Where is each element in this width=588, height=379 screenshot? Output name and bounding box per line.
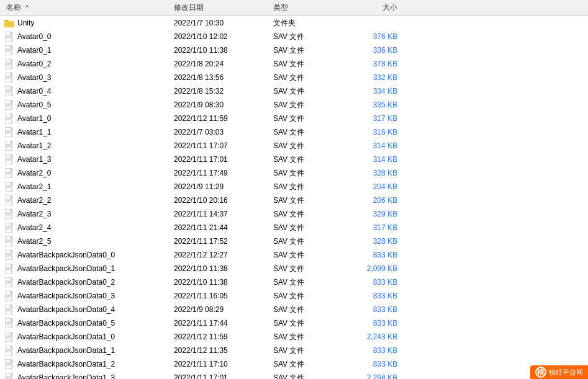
table-row[interactable]: AvatarBackpackJsonData1_02022/1/12 11:59… <box>0 330 588 344</box>
file-size-cell: 314 KB <box>348 155 410 164</box>
file-size-cell: 314 KB <box>348 141 410 150</box>
file-icon <box>4 209 15 219</box>
table-row[interactable]: Avatar0_32022/1/8 13:56SAV 文件332 KB <box>0 71 588 84</box>
file-type-cell: SAV 文件 <box>273 114 348 124</box>
file-name-cell: AvatarBackpackJsonData0_3 <box>0 291 174 301</box>
header-type[interactable]: 类型 <box>273 2 348 13</box>
file-name-text: Avatar2_0 <box>17 169 52 177</box>
svg-marker-2 <box>4 20 9 21</box>
table-row[interactable]: Avatar0_02022/1/10 12:02SAV 文件376 KB <box>0 30 588 43</box>
file-name-cell: Avatar1_2 <box>0 141 174 151</box>
file-size-cell: 334 KB <box>348 87 410 96</box>
file-type-cell: SAV 文件 <box>273 318 348 329</box>
file-icon <box>4 86 15 96</box>
file-name-text: Avatar2_4 <box>17 223 52 232</box>
table-row[interactable]: Avatar2_22022/1/10 20:16SAV 文件206 KB <box>0 194 588 207</box>
file-name-cell: Avatar1_3 <box>0 154 174 164</box>
table-row[interactable]: Avatar0_42022/1/8 15:32SAV 文件334 KB <box>0 84 588 98</box>
file-type-cell: SAV 文件 <box>273 168 348 179</box>
file-name-cell: Avatar2_2 <box>0 195 174 205</box>
file-name-cell: Avatar2_3 <box>0 209 174 219</box>
file-size-cell: 316 KB <box>348 128 410 136</box>
file-date-cell: 2022/1/11 14:37 <box>174 210 273 218</box>
file-size-cell: 336 KB <box>348 46 410 55</box>
header-name[interactable]: 名称 ^ <box>0 2 174 13</box>
file-date-cell: 2022/1/11 17:44 <box>174 319 273 328</box>
file-type-cell: SAV 文件 <box>273 45 348 56</box>
table-row[interactable]: Avatar2_02022/1/11 17:49SAV 文件328 KB <box>0 166 588 180</box>
table-row[interactable]: Avatar1_32022/1/11 17:01SAV 文件314 KB <box>0 153 588 166</box>
table-row[interactable]: Avatar1_12022/1/7 03:03SAV 文件316 KB <box>0 125 588 139</box>
file-size-cell: 2,099 KB <box>348 264 410 273</box>
table-row[interactable]: AvatarBackpackJsonData1_12022/1/12 11:35… <box>0 344 588 357</box>
file-name-cell: Avatar0_3 <box>0 73 174 82</box>
table-row[interactable]: Avatar0_22022/1/8 20:24SAV 文件378 KB <box>0 57 588 71</box>
header-size[interactable]: 大小 <box>348 2 410 13</box>
table-row[interactable]: AvatarBackpackJsonData0_22022/1/10 11:38… <box>0 275 588 289</box>
file-name-text: Avatar0_0 <box>17 32 52 41</box>
table-row[interactable]: Avatar2_42022/1/11 21:44SAV 文件317 KB <box>0 221 588 234</box>
file-date-cell: 2022/1/9 11:29 <box>174 182 273 191</box>
table-row[interactable]: AvatarBackpackJsonData0_52022/1/11 17:44… <box>0 316 588 330</box>
table-row[interactable]: Avatar1_02022/1/12 11:59SAV 文件317 KB <box>0 112 588 125</box>
header-date[interactable]: 修改日期 <box>174 2 273 13</box>
file-size-cell: 328 KB <box>348 237 410 246</box>
file-type-cell: SAV 文件 <box>273 154 348 165</box>
file-type-cell: SAV 文件 <box>273 291 348 301</box>
file-type-cell: SAV 文件 <box>273 277 348 288</box>
file-date-cell: 2022/1/9 08:30 <box>174 100 273 109</box>
file-name-cell: AvatarBackpackJsonData1_0 <box>0 332 174 342</box>
file-name-cell: AvatarBackpackJsonData1_3 <box>0 373 174 379</box>
file-date-cell: 2022/1/11 16:05 <box>174 292 273 300</box>
file-date-cell: 2022/1/8 20:24 <box>174 60 273 68</box>
file-name-text: Avatar2_2 <box>17 196 52 205</box>
file-type-cell: SAV 文件 <box>273 32 348 42</box>
file-size-cell: 328 KB <box>348 169 410 177</box>
table-row[interactable]: Avatar1_22022/1/11 17:07SAV 文件314 KB <box>0 139 588 153</box>
file-name-text: Avatar2_5 <box>17 237 52 246</box>
file-size-cell: 317 KB <box>348 223 410 232</box>
file-name-text: Avatar1_3 <box>17 155 52 164</box>
file-date-cell: 2022/1/10 11:38 <box>174 278 273 287</box>
file-name-cell: AvatarBackpackJsonData0_0 <box>0 250 174 260</box>
table-row[interactable]: AvatarBackpackJsonData0_02022/1/12 12:27… <box>0 248 588 262</box>
file-type-cell: SAV 文件 <box>273 86 348 97</box>
table-row[interactable]: AvatarBackpackJsonData1_32022/1/11 17:01… <box>0 371 588 379</box>
table-row[interactable]: AvatarBackpackJsonData1_22022/1/11 17:10… <box>0 357 588 371</box>
file-name-cell: AvatarBackpackJsonData1_2 <box>0 359 174 369</box>
table-row[interactable]: AvatarBackpackJsonData0_42022/1/9 08:29S… <box>0 303 588 316</box>
file-list[interactable]: Unity2022/1/7 10:30文件夹 Avatar0_02022/1/1… <box>0 16 588 379</box>
file-name-cell: Avatar0_0 <box>0 32 174 42</box>
table-row[interactable]: AvatarBackpackJsonData0_32022/1/11 16:05… <box>0 289 588 303</box>
file-name-text: AvatarBackpackJsonData1_1 <box>17 346 115 355</box>
table-row[interactable]: Avatar0_12022/1/10 11:38SAV 文件336 KB <box>0 43 588 57</box>
file-type-cell: SAV 文件 <box>273 346 348 356</box>
file-date-cell: 2022/1/12 11:59 <box>174 332 273 341</box>
file-name-text: Avatar1_2 <box>17 141 52 150</box>
file-size-cell: 2,243 KB <box>348 332 410 341</box>
file-name-cell: Avatar2_1 <box>0 182 174 192</box>
file-date-cell: 2022/1/11 17:52 <box>174 237 273 246</box>
file-icon <box>4 223 15 233</box>
file-icon <box>4 114 15 123</box>
table-row[interactable]: Avatar0_52022/1/9 08:30SAV 文件335 KB <box>0 98 588 112</box>
file-size-cell: 833 KB <box>348 251 410 259</box>
file-size-cell: 378 KB <box>348 60 410 68</box>
file-icon <box>4 291 15 301</box>
file-name-text: AvatarBackpackJsonData0_3 <box>17 292 115 300</box>
file-name-text: AvatarBackpackJsonData0_4 <box>17 305 115 314</box>
table-row[interactable]: AvatarBackpackJsonData0_12022/1/10 11:38… <box>0 262 588 275</box>
column-headers: 名称 ^ 修改日期 类型 大小 <box>0 0 588 16</box>
file-type-cell: SAV 文件 <box>273 127 348 138</box>
table-row[interactable]: Unity2022/1/7 10:30文件夹 <box>0 16 588 30</box>
file-name-cell: Avatar2_5 <box>0 236 174 246</box>
file-name-text: Avatar2_1 <box>17 182 52 191</box>
file-icon <box>4 100 15 110</box>
table-row[interactable]: Avatar2_12022/1/9 11:29SAV 文件204 KB <box>0 180 588 194</box>
file-name-text: Avatar0_4 <box>17 87 52 96</box>
file-name-cell: Avatar2_0 <box>0 168 174 178</box>
table-row[interactable]: Avatar2_32022/1/11 14:37SAV 文件329 KB <box>0 207 588 221</box>
file-size-cell: 833 KB <box>348 292 410 300</box>
file-size-cell: 833 KB <box>348 278 410 287</box>
table-row[interactable]: Avatar2_52022/1/11 17:52SAV 文件328 KB <box>0 234 588 248</box>
